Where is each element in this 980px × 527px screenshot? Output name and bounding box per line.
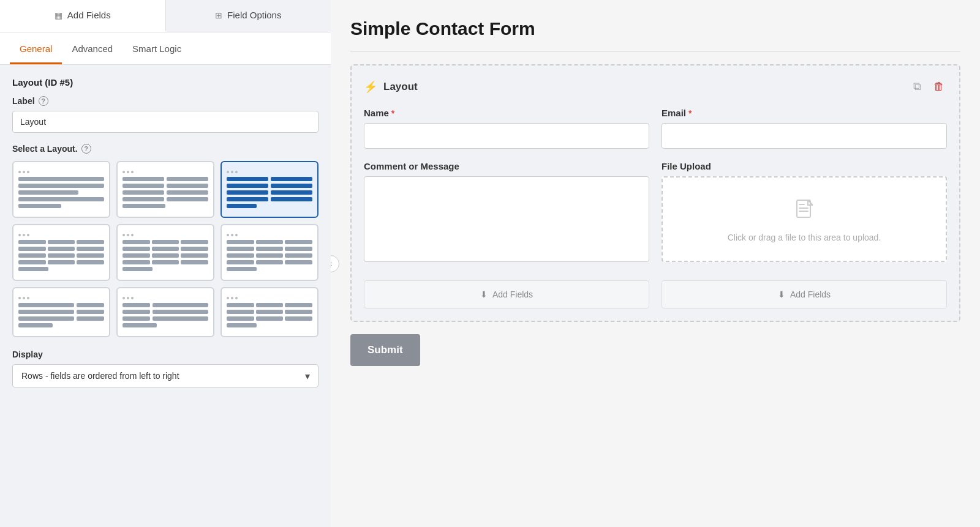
lp9 [227, 294, 312, 330]
tab-advanced[interactable]: Advanced [62, 32, 123, 64]
lp2 [123, 168, 208, 211]
display-select[interactable]: Rows - fields are ordered from left to r… [12, 364, 318, 387]
field-options-icon: ⊞ [215, 10, 222, 20]
delete-section-button[interactable]: 🗑 [931, 78, 947, 95]
tab-field-options-label: Field Options [227, 10, 281, 20]
add-fields-left-label: Add Fields [492, 290, 533, 299]
comment-label: Comment or Message [364, 161, 649, 171]
lp8 [123, 294, 208, 330]
email-field: Email * [662, 108, 947, 149]
tab-field-options[interactable]: ⊞ Field Options [166, 0, 331, 32]
tab-add-fields-label: Add Fields [67, 10, 111, 20]
lp4 [18, 231, 104, 274]
layout-section-icon: ⚡ [364, 80, 377, 94]
tab-smart-logic[interactable]: Smart Logic [123, 32, 191, 64]
label-help-icon[interactable]: ? [39, 96, 48, 106]
top-tabs: ▦ Add Fields ⊞ Field Options [0, 0, 331, 32]
form-section-title: ⚡ Layout [364, 80, 418, 94]
file-upload-text: Click or drag a file to this area to upl… [728, 233, 881, 242]
form-row-2: Comment or Message File Upload [364, 161, 947, 262]
layout-option-7[interactable] [12, 287, 110, 337]
comment-textarea[interactable] [364, 176, 649, 262]
lp6 [227, 231, 312, 274]
layout-option-4[interactable] [12, 224, 110, 281]
file-upload-area[interactable]: Click or drag a file to this area to upl… [662, 176, 947, 262]
layout-option-2[interactable] [116, 161, 214, 218]
layout-option-5[interactable] [116, 224, 214, 281]
name-input[interactable] [364, 123, 649, 149]
file-upload-label: File Upload [662, 161, 947, 171]
form-row-1: Name * Email * [364, 108, 947, 149]
lp7 [18, 294, 104, 330]
add-fields-left-button[interactable]: ⬇ Add Fields [364, 280, 649, 308]
chevron-left-icon: ‹ [331, 259, 332, 268]
file-upload-field: File Upload Click or drag a file t [662, 161, 947, 262]
layout-option-1[interactable] [12, 161, 110, 218]
comment-field: Comment or Message [364, 161, 649, 262]
svg-rect-2 [799, 211, 809, 212]
left-panel: ▦ Add Fields ⊞ Field Options General Adv… [0, 0, 331, 527]
email-input[interactable] [662, 123, 947, 149]
email-required-star: * [688, 108, 692, 118]
panel-content: Layout (ID #5) Label ? Select a Layout. … [0, 65, 331, 527]
layout-grid [12, 161, 318, 337]
display-label: Display [12, 349, 318, 359]
lp3 [227, 168, 312, 211]
layout-option-3[interactable] [221, 161, 318, 218]
form-section: ⚡ Layout ⧉ 🗑 Name * Email * [350, 64, 960, 322]
label-text: Label [12, 96, 35, 106]
add-fields-right-icon: ⬇ [778, 290, 785, 299]
upload-icon [792, 196, 816, 226]
name-required-star: * [391, 108, 394, 118]
svg-rect-1 [799, 207, 809, 209]
form-title: Simple Contact Form [350, 18, 960, 39]
tab-add-fields[interactable]: ▦ Add Fields [0, 0, 166, 32]
add-fields-right-button[interactable]: ⬇ Add Fields [662, 280, 947, 308]
label-input[interactable] [12, 111, 318, 133]
tab-general[interactable]: General [10, 32, 62, 64]
layout-option-6[interactable] [221, 224, 318, 281]
form-section-header: ⚡ Layout ⧉ 🗑 [364, 78, 947, 95]
name-label: Name * [364, 108, 649, 118]
add-fields-row: ⬇ Add Fields ⬇ Add Fields [364, 274, 947, 308]
select-layout-label: Select a Layout. ? [12, 144, 318, 154]
copy-section-button[interactable]: ⧉ [911, 78, 924, 95]
lp5 [123, 231, 208, 274]
svg-rect-3 [799, 204, 805, 205]
right-panel: ‹ Simple Contact Form ⚡ Layout ⧉ 🗑 Name … [331, 0, 980, 527]
label-row: Label ? [12, 96, 318, 106]
submit-button[interactable]: Submit [350, 334, 420, 366]
collapse-panel-button[interactable]: ‹ [331, 255, 339, 272]
layout-option-9[interactable] [221, 287, 318, 337]
layout-option-8[interactable] [116, 287, 214, 337]
name-field: Name * [364, 108, 649, 149]
add-fields-left-icon: ⬇ [480, 290, 488, 299]
select-layout-help-icon[interactable]: ? [81, 144, 91, 154]
form-divider [350, 51, 960, 52]
section-actions: ⧉ 🗑 [911, 78, 947, 95]
add-fields-right: ⬇ Add Fields [662, 274, 947, 308]
section-title: Layout (ID #5) [12, 77, 318, 88]
add-fields-right-label: Add Fields [790, 290, 831, 299]
display-select-wrapper: Rows - fields are ordered from left to r… [12, 364, 318, 387]
add-fields-left: ⬇ Add Fields [364, 274, 649, 308]
sub-tabs: General Advanced Smart Logic [0, 32, 331, 65]
add-fields-icon: ▦ [55, 10, 62, 20]
email-label: Email * [662, 108, 947, 118]
lp1 [18, 168, 104, 211]
